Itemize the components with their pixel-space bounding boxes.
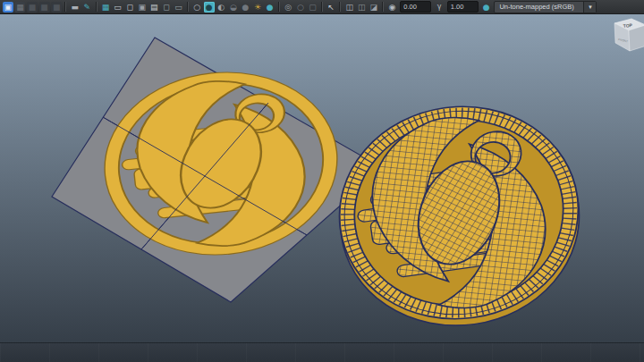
isolate-select-icon[interactable]: ↖ xyxy=(326,2,336,13)
bookmarks-icon[interactable]: ■ xyxy=(39,2,50,13)
two-d-pan-zoom-icon[interactable]: ▬ xyxy=(70,2,80,13)
resolution-gate-icon[interactable]: ◻ xyxy=(124,2,135,13)
wireframe-on-shaded-icon[interactable]: ◐ xyxy=(216,2,226,13)
motion-blur-icon[interactable]: ○ xyxy=(295,2,306,13)
gate-mask-icon[interactable]: ▣ xyxy=(137,2,148,13)
time-slider-strip[interactable] xyxy=(0,342,644,362)
chevron-down-icon[interactable]: ▼ xyxy=(583,2,596,13)
exposure-icon[interactable]: ◉ xyxy=(386,2,397,13)
safe-title-icon[interactable]: ▭ xyxy=(174,2,184,13)
gamma-field[interactable]: 1.00 xyxy=(447,1,479,13)
toolbar-separator xyxy=(339,2,341,12)
tone-map-icon[interactable]: ● xyxy=(481,2,492,13)
view-transform-dropdown[interactable]: Un-tone-mapped (sRGB) ▼ xyxy=(494,1,597,13)
toolbar-separator xyxy=(382,2,384,12)
film-gate-icon[interactable]: ▭ xyxy=(113,2,123,13)
panel-toolbar: ▣▦■■■▬✎▦▭◻▣▤◻▭○●◐◒●☀●◎○▢↖◫◫◪◉ 0.00 γ 1.0… xyxy=(0,0,644,14)
ssao-icon[interactable]: ◎ xyxy=(283,2,293,13)
textured-icon[interactable]: ◒ xyxy=(228,2,239,13)
exposure-field[interactable]: 0.00 xyxy=(400,1,431,13)
field-chart-icon[interactable]: ▤ xyxy=(148,2,159,13)
backface-culling-icon[interactable]: ◪ xyxy=(369,2,379,13)
safe-action-icon[interactable]: ◻ xyxy=(161,2,172,13)
maya-viewport-panel: ▣▦■■■▬✎▦▭◻▣▤◻▭○●◐◒●☀●◎○▢↖◫◫◪◉ 0.00 γ 1.0… xyxy=(0,0,644,362)
image-plane-icon[interactable]: ■ xyxy=(51,2,62,13)
select-camera-icon[interactable]: ▣ xyxy=(3,2,13,13)
toolbar-separator xyxy=(64,2,66,12)
lights-icon[interactable]: ☀ xyxy=(252,2,263,13)
viewport-3d-scene[interactable]: TOP FRONT xyxy=(0,0,644,362)
grid-icon[interactable]: ▦ xyxy=(100,2,111,13)
toolbar-separator xyxy=(321,2,323,12)
smooth-shade-all-icon[interactable]: ● xyxy=(204,2,215,13)
xray-icon[interactable]: ◫ xyxy=(344,2,355,13)
xray-joints-icon[interactable]: ◫ xyxy=(356,2,367,13)
lock-camera-icon[interactable]: ▦ xyxy=(14,2,25,13)
toolbar-separator xyxy=(278,2,280,12)
toolbar-separator xyxy=(187,2,189,12)
camera-attributes-icon[interactable]: ■ xyxy=(27,2,38,13)
gamma-icon[interactable]: γ xyxy=(434,2,445,13)
use-default-material-icon[interactable]: ● xyxy=(240,2,250,13)
grease-pencil-icon[interactable]: ✎ xyxy=(81,2,92,13)
shadows-icon[interactable]: ● xyxy=(265,2,275,13)
wireframe-icon[interactable]: ○ xyxy=(191,2,202,13)
view-transform-value: Un-tone-mapped (sRGB) xyxy=(495,2,583,13)
toolbar-icon-group: ▣▦■■■▬✎▦▭◻▣▤◻▭○●◐◒●☀●◎○▢↖◫◫◪◉ xyxy=(2,2,398,13)
anti-aliasing-icon[interactable]: ▢ xyxy=(307,2,318,13)
toolbar-separator xyxy=(96,2,97,12)
